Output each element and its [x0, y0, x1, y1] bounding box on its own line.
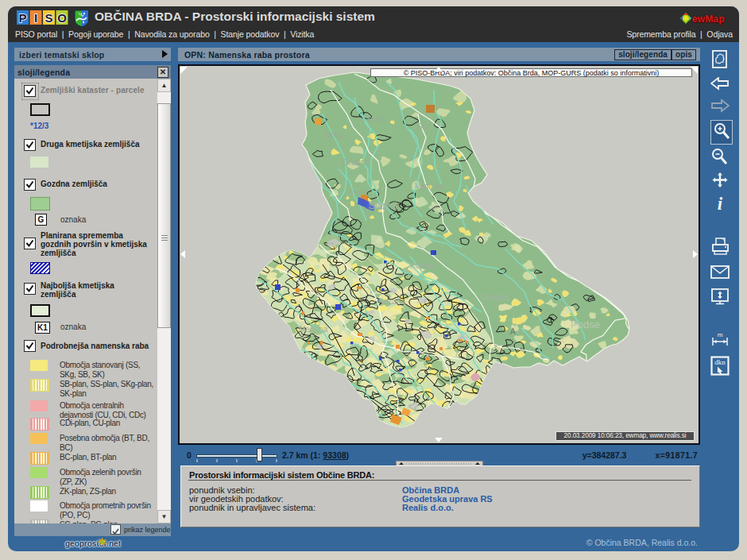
- svg-text:O: O: [57, 11, 67, 25]
- svg-text:I: I: [34, 11, 37, 25]
- svg-text:i: i: [718, 195, 723, 212]
- svg-text:S: S: [45, 11, 52, 25]
- svg-text:m: m: [718, 332, 723, 338]
- svg-text:P: P: [18, 11, 26, 25]
- svg-text:dkn: dkn: [714, 358, 726, 366]
